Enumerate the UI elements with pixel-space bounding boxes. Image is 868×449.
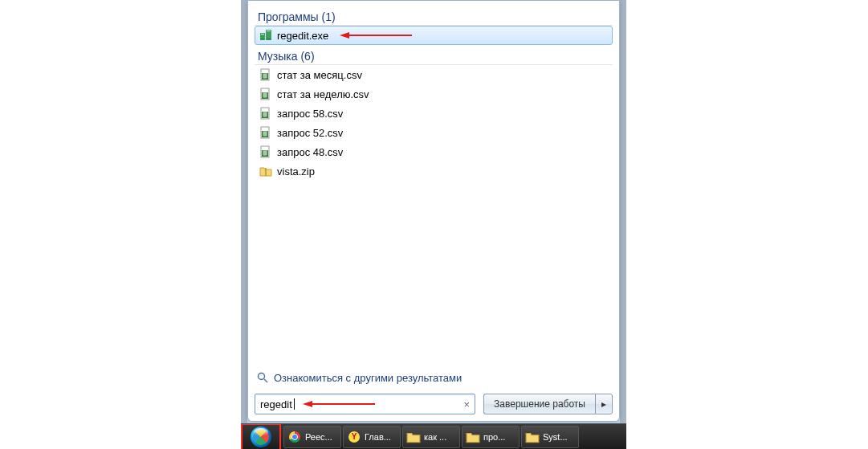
result-item-label: запрос 52.csv	[277, 127, 343, 139]
result-item-label: vista.zip	[277, 165, 315, 178]
result-item-label: regedit.exe	[277, 30, 328, 42]
taskbar: Реес... Глав... как ... про... Syst...	[241, 423, 626, 449]
result-item[interactable]: запрос 58.csv	[255, 104, 613, 123]
result-item[interactable]: запрос 52.csv	[255, 123, 613, 142]
svg-point-19	[259, 373, 265, 380]
folder-icon	[406, 430, 421, 444]
svg-marker-22	[303, 401, 312, 407]
regedit-icon	[259, 29, 272, 42]
see-more-label: Ознакомиться с другими результатами	[274, 372, 462, 384]
result-item-label: стат за неделю.csv	[277, 88, 369, 100]
taskbar-item-label: про...	[483, 432, 505, 442]
result-item[interactable]: стат за месяц.csv	[255, 65, 613, 84]
start-button[interactable]	[241, 423, 281, 449]
csv-icon	[259, 126, 272, 139]
shutdown-button[interactable]: Завершение работы	[483, 394, 595, 414]
shutdown-options-arrow[interactable]: ▸	[595, 394, 613, 414]
result-item[interactable]: vista.zip	[255, 161, 613, 181]
annotation-arrow	[303, 401, 375, 407]
csv-icon	[259, 88, 272, 100]
annotation-arrow	[340, 32, 412, 39]
text-caret	[294, 398, 295, 410]
svg-marker-7	[340, 32, 349, 39]
taskbar-item-chrome[interactable]: Реес...	[283, 426, 341, 448]
csv-icon	[259, 107, 272, 120]
svg-rect-2	[261, 34, 264, 35]
result-item-label: запрос 58.csv	[277, 108, 343, 120]
taskbar-item-label: Глав...	[365, 432, 391, 442]
result-item-regedit[interactable]: regedit.exe	[255, 26, 613, 45]
group-label: Программы	[258, 10, 319, 23]
taskbar-item-label: как ...	[424, 432, 446, 442]
taskbar-item-folder[interactable]: как ...	[402, 426, 460, 448]
see-more-results[interactable]: Ознакомиться с другими результатами	[255, 368, 613, 389]
search-value: regedit	[260, 398, 292, 410]
group-count: 6	[304, 50, 311, 63]
result-item-label: стат за месяц.csv	[277, 69, 362, 81]
group-header-music[interactable]: Музыка (6)	[255, 47, 613, 65]
taskbar-item-folder[interactable]: Syst...	[521, 426, 579, 448]
result-item[interactable]: запрос 48.csv	[255, 142, 613, 161]
result-item[interactable]: стат за неделю.csv	[255, 84, 613, 104]
taskbar-item-label: Syst...	[543, 432, 568, 442]
svg-rect-3	[267, 31, 271, 31]
group-header-programs[interactable]: Программы (1)	[255, 7, 613, 26]
start-menu-search-panel: Программы (1) regedit.exe Музыка (6) ста…	[247, 0, 620, 422]
csv-icon	[259, 145, 272, 158]
svg-line-20	[264, 379, 267, 382]
taskbar-item-yandex[interactable]: Глав...	[343, 426, 401, 448]
windows-orb-icon	[251, 427, 271, 447]
clear-search-icon[interactable]: ×	[464, 398, 471, 410]
csv-icon	[259, 68, 272, 81]
shutdown-split-button: Завершение работы ▸	[483, 394, 613, 414]
group-label: Музыка	[258, 50, 298, 63]
chrome-icon	[287, 430, 302, 444]
yandex-icon	[347, 430, 361, 444]
svg-rect-18	[265, 168, 267, 176]
taskbar-item-folder[interactable]: про...	[462, 426, 520, 448]
start-menu-bottom-row: regedit × Завершение работы ▸	[255, 394, 613, 414]
result-item-label: запрос 48.csv	[277, 146, 343, 158]
svg-rect-5	[267, 39, 271, 39]
zip-icon	[259, 165, 272, 178]
group-count: 1	[325, 10, 332, 23]
taskbar-item-label: Реес...	[305, 432, 332, 442]
svg-rect-4	[261, 39, 264, 39]
search-icon	[256, 371, 269, 384]
folder-icon	[466, 430, 480, 444]
folder-icon	[525, 430, 540, 444]
search-input[interactable]: regedit ×	[255, 394, 475, 414]
